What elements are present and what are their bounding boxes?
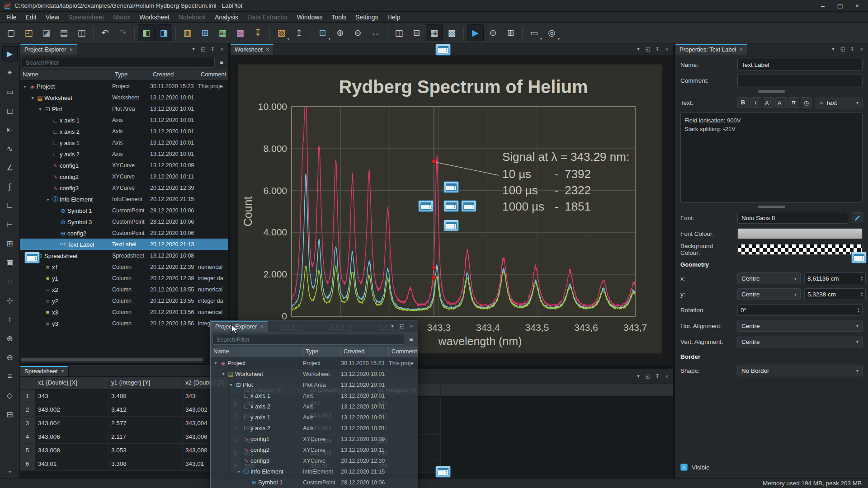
tab-properties-text-label[interactable]: Properties: Text Label ×	[675, 44, 747, 55]
toggle-project-explorer-button[interactable]: ◧	[138, 24, 155, 41]
collapse-arrow-icon[interactable]: ▾	[236, 469, 242, 474]
font-colour-swatch[interactable]	[737, 228, 863, 239]
vertical-layout-button[interactable]: ◫	[391, 24, 407, 41]
tree-row[interactable]: ▾ⓘInfo ElementInfoElement20.12.2020 21:1…	[20, 193, 228, 205]
collapse-arrow-icon[interactable]: ▾	[212, 361, 219, 366]
tree-row[interactable]: ≡x2Column20.12.2020 13:55numerical	[20, 284, 228, 295]
navigate-tool-button[interactable]: ▶	[2, 46, 18, 61]
datetime-button[interactable]: ◷	[801, 97, 812, 108]
tree-row[interactable]: ▾◈ProjectProject30.11.2020 15:23This pro…	[20, 80, 228, 92]
menu-file[interactable]: File	[2, 12, 21, 23]
chevron-down-icon[interactable]: ▾	[328, 37, 330, 41]
column-header[interactable]: y1 {Integer} [Y]	[108, 377, 183, 389]
zoom-region-tool-button[interactable]: ◻	[2, 103, 18, 118]
superscript-button[interactable]: A⁺	[763, 97, 774, 108]
comment-input[interactable]	[737, 75, 863, 86]
more-tools-icon[interactable]: ⌄	[0, 466, 20, 474]
row-number[interactable]: 2	[20, 403, 35, 417]
tab-close-icon[interactable]: ×	[266, 46, 269, 53]
angle-tool-button[interactable]: ∠	[2, 160, 18, 175]
table-cell[interactable]: 3.308	[108, 457, 183, 471]
table-cell[interactable]: 343,01	[35, 457, 108, 471]
chevron-down-icon[interactable]: ▾	[540, 37, 542, 41]
datapicker-tool-button[interactable]: ⊹	[2, 293, 18, 308]
menu-view[interactable]: View	[41, 12, 64, 23]
tree-row[interactable]: ≡x1Column20.12.2020 12:39numerical	[20, 261, 228, 272]
spinbox-arrows[interactable]: ▴▾	[858, 307, 859, 313]
dock-menu-icon[interactable]: ▾	[634, 372, 642, 380]
tab-close-icon[interactable]: ×	[69, 46, 73, 53]
tab-spreadsheet[interactable]: Spreadsheet ×	[20, 366, 69, 376]
selection-tool-button[interactable]: ◌	[2, 274, 18, 289]
tree-row[interactable]: ∟x axis 2Axis13.12.2020 10:01	[20, 126, 228, 137]
menu-settings[interactable]: Settings	[351, 12, 383, 23]
new-folder-button[interactable]: ▥	[179, 24, 196, 41]
row-number[interactable]: 1	[20, 389, 35, 403]
zoom-out-button[interactable]: ⊖	[349, 24, 366, 41]
splitter-handle[interactable]	[758, 206, 785, 208]
menu-analysis[interactable]: Analysis	[210, 12, 243, 23]
row-number[interactable]: 6	[20, 457, 35, 471]
zoom-in-button[interactable]: ⊕	[332, 24, 349, 41]
new-workbook-button[interactable]: ⊞	[197, 24, 213, 41]
new-project-button[interactable]: ▢	[3, 24, 19, 41]
dock-pin-icon[interactable]: ↧	[653, 45, 661, 53]
tree-row[interactable]: ⊕Symbol 3CustomPoint28.12.2020 10:06	[20, 216, 228, 227]
tree-column-header-created[interactable]: Created	[150, 70, 198, 80]
dock-close-icon[interactable]: ×	[858, 45, 866, 53]
integral-tool-button[interactable]: ∫	[2, 179, 18, 194]
chevron-down-icon[interactable]: ▾	[287, 37, 289, 41]
chevron-down-icon[interactable]: ▾	[557, 37, 560, 41]
magnification-dropdown-button[interactable]: ◎▾	[543, 24, 560, 41]
table-cell[interactable]: 343,006	[35, 430, 108, 444]
table-cell[interactable]: 343,008	[35, 444, 108, 457]
collapse-tool-button[interactable]: ⊟	[2, 407, 18, 422]
undo-button[interactable]: ↶	[97, 24, 113, 41]
spin-down-icon[interactable]: ▾	[861, 294, 863, 297]
dock-close-icon[interactable]: ×	[663, 372, 671, 380]
collapse-arrow-icon[interactable]: ▾	[37, 107, 43, 112]
collapse-arrow-icon[interactable]: ▾	[220, 371, 226, 376]
dock-float-icon[interactable]: ◱	[644, 45, 652, 53]
dock-pin-icon[interactable]: ↧	[848, 45, 856, 53]
menu-windows[interactable]: Windows	[292, 12, 327, 23]
collapse-arrow-icon[interactable]: ▾	[45, 197, 51, 202]
tree-row[interactable]: ∟x axis 1Axis13.12.2020 10:01	[211, 390, 418, 401]
print-preview-button[interactable]: ◫	[73, 24, 90, 41]
dock-menu-icon[interactable]: ▾	[388, 322, 396, 330]
border-shape-combo[interactable]: No Border▾	[737, 365, 863, 376]
explorer-horizontal-scrollbar[interactable]	[20, 358, 228, 362]
y-position-combo[interactable]: Centre▾	[737, 288, 801, 300]
text-mode-combo[interactable]: ≡ Text ▾	[816, 97, 863, 108]
tree-row[interactable]: ▾▤WorksheetWorksheet13.12.2020 10:01	[211, 368, 418, 379]
subscript-button[interactable]: A⁻	[775, 97, 787, 108]
menu-data-extractor[interactable]: Data Extractor	[243, 12, 292, 23]
menu-tools[interactable]: Tools	[327, 12, 351, 23]
select-mode-button[interactable]: ▶	[467, 24, 484, 41]
filter-icon[interactable]: ≡	[406, 334, 416, 344]
table-cell[interactable]: 2.117	[108, 430, 183, 444]
tree-row[interactable]: ∟y axis 1Axis13.12.2020 10:01	[20, 137, 228, 148]
table-cell[interactable]: 343,002	[35, 403, 108, 417]
tree-row[interactable]: ∟x axis 1Axis13.12.2020 10:01	[20, 114, 228, 126]
font-input[interactable]	[737, 212, 848, 224]
tree-row[interactable]: ▾⊞SpreadsheetSpreadsheet13.12.2020 10:08	[20, 250, 228, 261]
dock-float-icon[interactable]: ◱	[398, 322, 406, 330]
table-cell[interactable]: 343,004	[35, 417, 108, 430]
row-number[interactable]: 5	[20, 444, 35, 457]
table-cell[interactable]: 343	[35, 389, 108, 403]
visible-checkbox[interactable]: ✓	[680, 464, 688, 471]
tree-row[interactable]: ▾⊡PlotPlot Area13.12.2020 10:01	[20, 103, 228, 114]
tree-row[interactable]: ≡x3Column20.12.2020 13:56numerical	[20, 306, 228, 318]
tree-column-header-type[interactable]: Type	[112, 70, 150, 80]
break-layout-button[interactable]: ▩	[443, 24, 460, 41]
explorer-search-input[interactable]	[22, 57, 215, 68]
symbols-button[interactable]: π	[788, 97, 799, 108]
select-rectangle-tool-button[interactable]: ▭	[2, 84, 18, 99]
row-number[interactable]: 4	[20, 430, 35, 444]
splitter-handle[interactable]	[758, 90, 785, 93]
tree-column-header-name[interactable]: Name	[20, 70, 112, 80]
resize-tool-button[interactable]: ↕	[2, 312, 18, 327]
tree-row[interactable]: ∿config3XYCurve20.12.2020 12:39	[20, 182, 228, 193]
zoom-in-tool-button[interactable]: ⊕	[2, 331, 18, 346]
